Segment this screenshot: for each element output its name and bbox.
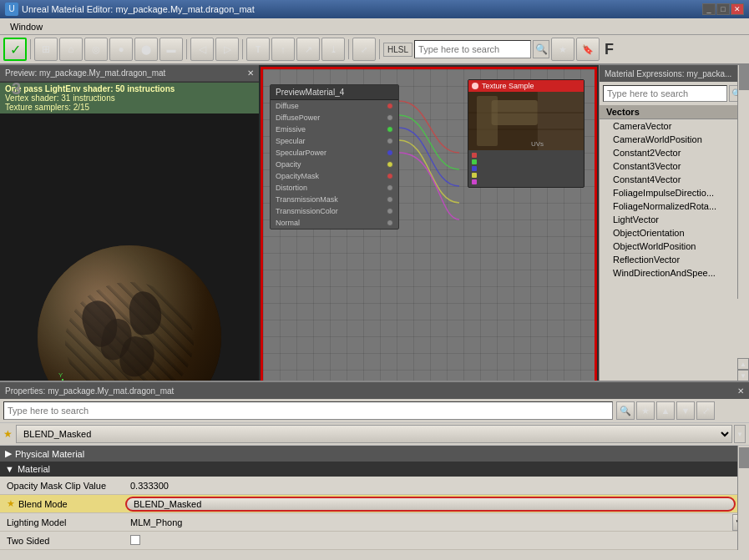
item-foliagenormalized[interactable]: FoliageNormalizedRota... [600, 199, 749, 213]
item-cameraworldposition[interactable]: CameraWorldPosition [600, 133, 749, 146]
tex1-header: Texture Sample [468, 80, 584, 92]
props-header: Properties: my_package.My_mat.dragon_mat… [0, 382, 749, 399]
blend-top-dropdown[interactable]: BLEND_Masked [16, 425, 732, 443]
check-btn[interactable]: ✓ [3, 38, 27, 61]
sep5 [379, 39, 380, 59]
info-line1: One pass LightEnv shader: 50 instruction… [5, 84, 254, 93]
material-section-label: Material [18, 464, 50, 474]
tex1-pin-red [472, 153, 477, 158]
right-scroll-up[interactable]: ▲ [737, 358, 749, 370]
tex1-title: Texture Sample [482, 82, 534, 90]
tex1-pin-rgba-dot [472, 179, 477, 184]
material-section[interactable]: ▼ Material [0, 462, 749, 477]
toolbar-search-btn[interactable]: 🔍 [533, 40, 549, 58]
fit-btn[interactable]: ⤢ [352, 38, 376, 61]
svg-text:Y: Y [58, 371, 63, 379]
props-action-btns: 🔍 ★ ▲ ▼ ⤢ [616, 401, 715, 420]
pin-transmissionmask: TransmissionMask [271, 194, 398, 205]
forward-btn[interactable]: ▷ [215, 38, 239, 61]
right-panel-title: Material Expressions: my_packa... [605, 69, 731, 78]
item-cameravector[interactable]: CameraVector [600, 119, 749, 133]
cylinder-btn[interactable]: ⬤ [134, 38, 158, 61]
lighting-model-value: MLM_Phong ▼ [125, 512, 749, 532]
back-btn[interactable]: ◁ [190, 38, 214, 61]
props-btn-down[interactable]: ▼ [676, 401, 695, 420]
preview-close[interactable]: ✕ [247, 68, 254, 78]
props-content: ▶ Physical Material ▼ Material Opacity M… [0, 446, 749, 550]
bookmark-btn[interactable]: 🔖 [576, 38, 600, 61]
props-btn-up[interactable]: ▲ [656, 401, 675, 420]
right-search-input[interactable] [603, 85, 727, 102]
badge-3: 3 [12, 79, 21, 98]
camera-btn[interactable]: ◎ [84, 38, 108, 61]
item-reflectionvector[interactable]: ReflectionVector [600, 253, 749, 266]
home-btn[interactable]: ⌂ [59, 38, 83, 61]
lighting-model-text: Lighting Model [7, 517, 67, 527]
item-objectorientation[interactable]: ObjectOrientation [600, 226, 749, 240]
title-bar: U Unreal Material Editor: my_package.My_… [0, 0, 749, 18]
sphere-btn[interactable]: ● [109, 38, 133, 61]
pm-section-arrow: ▶ [5, 448, 12, 459]
blend-mode-text: Blend Mode [18, 499, 68, 509]
title-text: Unreal Material Editor: my_package.My_ma… [22, 4, 255, 14]
star-btn[interactable]: ★ [551, 38, 574, 61]
svg-text:UVs: UVs [531, 140, 544, 148]
info-line2: Vertex shader: 31 instructions [5, 93, 254, 103]
right-scrollbar-thumb[interactable] [739, 65, 749, 90]
item-constant3vector[interactable]: Constant3Vector [600, 159, 749, 173]
props-title: Properties: my_package.My_mat.dragon_mat [5, 386, 174, 396]
texture-sample-1[interactable]: Texture Sample UVs [468, 79, 585, 188]
props-btn-expand[interactable]: ⤢ [696, 401, 715, 420]
preview-material-node[interactable]: PreviewMaterial_4 Diffuse DiffusePower E… [270, 84, 399, 230]
opacity-clip-text: Opacity Mask Clip Value [7, 481, 106, 491]
pin-dot-opacitymask [387, 173, 393, 179]
minimize-btn[interactable]: _ [702, 3, 716, 15]
hlsl-btn[interactable]: HLSL [383, 43, 412, 57]
two-sided-checkbox[interactable] [130, 535, 140, 545]
item-lightvector[interactable]: LightVector [600, 213, 749, 226]
props-scrollbar-thumb[interactable] [739, 447, 749, 468]
grid-btn[interactable]: ⊞ [34, 38, 58, 61]
item-constant4vector[interactable]: Constant4Vector [600, 173, 749, 186]
right-scroll-arrows: ▲ ▼ [737, 358, 749, 381]
item-constant2vector[interactable]: Constant2Vector [600, 146, 749, 159]
menu-window[interactable]: Window [3, 20, 49, 33]
props-scrollbar[interactable] [737, 446, 749, 550]
pin-dot-transmissioncolor [387, 208, 393, 214]
text-btn[interactable]: T [246, 38, 270, 61]
tex1-pin-b [470, 165, 582, 172]
right-scroll-down[interactable]: ▼ [737, 370, 749, 381]
props-close[interactable]: ✕ [737, 386, 744, 396]
tex1-pin-alpha [472, 173, 477, 178]
props-search-input[interactable] [3, 401, 613, 420]
blend-oval-value: BLEND_Masked [125, 497, 736, 512]
right-search-row: 🔍 [603, 85, 746, 102]
pin-dot-opacity [387, 161, 393, 168]
pin-normal: Normal [271, 217, 398, 229]
props-btn-search[interactable]: 🔍 [616, 401, 635, 420]
vectors-category[interactable]: Vectors [600, 105, 749, 119]
tex1-pin-r [470, 152, 582, 159]
maximize-btn[interactable]: □ [716, 3, 730, 15]
info-bar: One pass LightEnv shader: 50 instruction… [0, 82, 259, 114]
menu-bar: Window [0, 18, 749, 35]
plane-btn[interactable]: ▬ [159, 38, 183, 61]
item-foliageimpulse[interactable]: FoliageImpulseDirectio... [600, 186, 749, 199]
toolbar-search-input[interactable] [414, 40, 531, 58]
two-sided-text: Two Sided [7, 536, 49, 546]
two-sided-label: Two Sided [0, 534, 125, 547]
sep3 [242, 39, 243, 59]
import-btn[interactable]: ⤓ [321, 38, 345, 61]
props-btn-star[interactable]: ★ [636, 401, 655, 420]
item-winddirection[interactable]: WindDirectionAndSpee... [600, 266, 749, 280]
arrow-btn[interactable]: ↗ [296, 38, 320, 61]
item-objectworldposition[interactable]: ObjectWorldPosition [600, 240, 749, 253]
right-scrollbar[interactable] [737, 65, 749, 299]
upload-btn[interactable]: ↑ [271, 38, 295, 61]
close-btn[interactable]: ✕ [731, 3, 744, 15]
blend-dropdown-arrow[interactable]: ▼ [734, 425, 746, 443]
sep4 [348, 39, 349, 59]
physical-material-section[interactable]: ▶ Physical Material [0, 446, 749, 462]
tex1-pin-rgba [470, 179, 582, 185]
opacity-clip-value: 0.333300 [125, 479, 737, 492]
